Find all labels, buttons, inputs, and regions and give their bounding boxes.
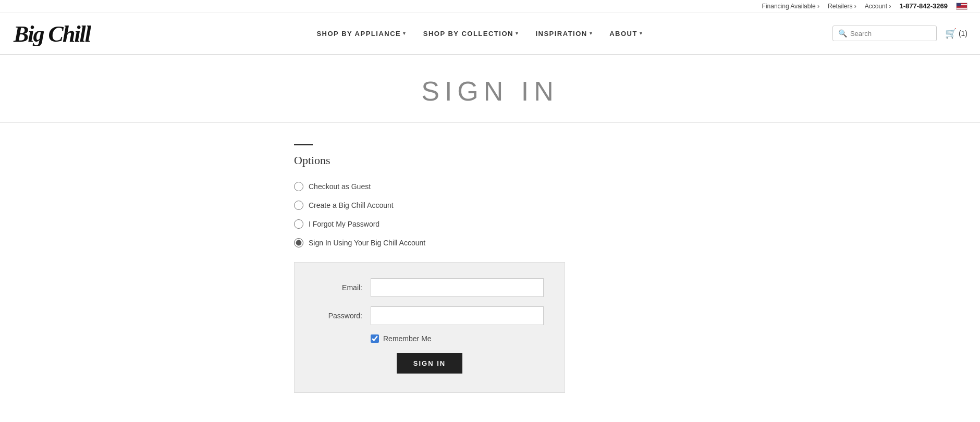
signin-panel: Email: Password: Remember Me SIGN IN [294, 262, 565, 393]
email-field[interactable] [371, 278, 544, 297]
remember-row: Remember Me [371, 334, 544, 343]
phone-number: 1-877-842-3269 [899, 2, 948, 10]
logo[interactable]: Big Chill [13, 19, 117, 48]
radio-list: Checkout as Guest Create a Big Chill Acc… [294, 182, 686, 247]
main-nav: SHOP BY APPLIANCE ▾ SHOP BY COLLECTION ▾… [138, 26, 822, 42]
main-header: Big Chill SHOP BY APPLIANCE ▾ SHOP BY CO… [0, 13, 980, 55]
options-section: Options Checkout as Guest Create a Big C… [294, 144, 686, 393]
radio-create-account[interactable]: Create a Big Chill Account [294, 201, 686, 210]
nav-shop-collection[interactable]: SHOP BY COLLECTION ▾ [416, 26, 526, 42]
cart-icon: 🛒 [945, 28, 957, 39]
chevron-down-icon: ▾ [516, 31, 519, 36]
utility-bar: Financing Available › Retailers › Accoun… [0, 0, 980, 13]
radio-create-label: Create a Big Chill Account [309, 201, 394, 209]
svg-text:Big Chill: Big Chill [13, 21, 92, 46]
radio-forgot-password[interactable]: I Forgot My Password [294, 219, 686, 229]
nav-about[interactable]: ABOUT ▾ [602, 26, 650, 42]
email-label: Email: [315, 283, 362, 292]
radio-guest-label: Checkout as Guest [309, 182, 371, 191]
signin-button[interactable]: SIGN IN [397, 353, 462, 374]
us-flag-icon [956, 3, 967, 10]
page-title-section: SIGN IN [0, 55, 980, 123]
radio-checkout-guest[interactable]: Checkout as Guest [294, 182, 686, 191]
chevron-down-icon: ▾ [590, 31, 593, 36]
main-content: Options Checkout as Guest Create a Big C… [281, 123, 699, 414]
logo-image: Big Chill [13, 19, 117, 46]
search-input[interactable] [850, 30, 931, 38]
account-link[interactable]: Account › [865, 3, 891, 10]
radio-guest-input[interactable] [294, 182, 303, 191]
cart-count: (1) [959, 29, 967, 38]
search-icon: 🔍 [838, 29, 847, 38]
options-divider [294, 144, 313, 145]
email-row: Email: [315, 278, 544, 297]
search-box[interactable]: 🔍 [832, 26, 937, 41]
radio-signin-account[interactable]: Sign In Using Your Big Chill Account [294, 238, 686, 247]
retailers-link[interactable]: Retailers › [828, 3, 856, 10]
password-row: Password: [315, 306, 544, 325]
header-right: 🔍 🛒 (1) [832, 26, 967, 41]
nav-shop-appliance[interactable]: SHOP BY APPLIANCE ▾ [309, 26, 413, 42]
page-title: SIGN IN [0, 76, 980, 107]
password-label: Password: [315, 312, 362, 320]
nav-inspiration[interactable]: INSPIRATION ▾ [528, 26, 600, 42]
options-heading: Options [294, 154, 686, 167]
cart-button[interactable]: 🛒 (1) [945, 28, 967, 39]
chevron-down-icon: ▾ [640, 31, 643, 36]
radio-forgot-input[interactable] [294, 219, 303, 229]
remember-me-checkbox[interactable] [371, 334, 379, 343]
radio-forgot-label: I Forgot My Password [309, 220, 379, 228]
radio-create-input[interactable] [294, 201, 303, 210]
chevron-down-icon: ▾ [403, 31, 407, 36]
radio-signin-input[interactable] [294, 238, 303, 247]
signin-button-row: SIGN IN [315, 353, 544, 374]
password-field[interactable] [371, 306, 544, 325]
remember-me-label: Remember Me [383, 334, 432, 343]
financing-link[interactable]: Financing Available › [762, 3, 820, 10]
radio-signin-label: Sign In Using Your Big Chill Account [309, 239, 425, 247]
